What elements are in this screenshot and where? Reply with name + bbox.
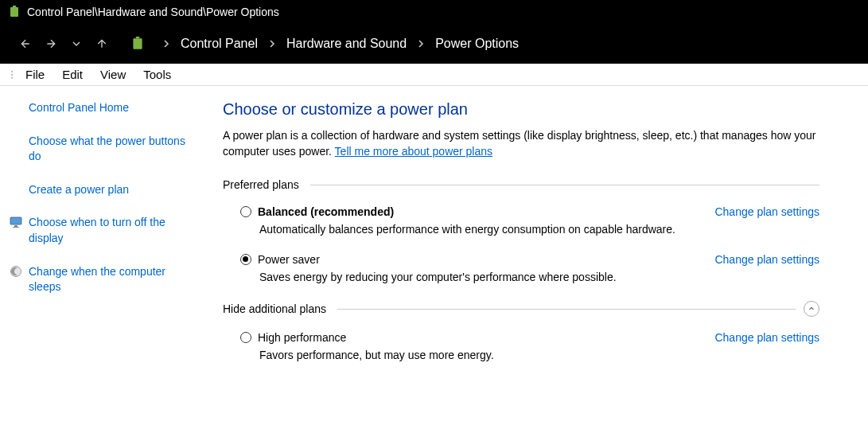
moon-icon	[10, 265, 22, 278]
plan-description: Favors performance, but may use more ene…	[259, 349, 699, 361]
divider-line	[337, 309, 796, 310]
chevron-right-icon[interactable]	[418, 39, 424, 49]
up-button[interactable]	[92, 34, 111, 53]
svg-rect-0	[10, 7, 18, 17]
chevron-right-icon[interactable]	[269, 39, 275, 49]
menu-tools[interactable]: Tools	[135, 66, 179, 83]
menu-view[interactable]: View	[92, 66, 134, 83]
back-button[interactable]	[16, 34, 35, 53]
svg-rect-6	[13, 227, 19, 228]
breadcrumb: Control Panel Hardware and Sound Power O…	[130, 36, 522, 52]
radio-high-performance[interactable]	[240, 332, 251, 343]
sidebar-link-create-plan[interactable]: Create a power plan	[29, 182, 200, 198]
svg-rect-5	[14, 225, 18, 227]
sidebar-link-buttons[interactable]: Choose what the power buttons do	[29, 134, 200, 165]
battery-icon	[130, 36, 146, 52]
plan-title[interactable]: High performance	[258, 331, 346, 344]
breadcrumb-item-0[interactable]: Control Panel	[177, 37, 261, 51]
sidebar-link-label: Change when the computer sleeps	[29, 265, 165, 294]
change-settings-link[interactable]: Change plan settings	[714, 253, 819, 266]
divider-line	[310, 185, 819, 185]
battery-icon	[8, 6, 21, 18]
svg-rect-4	[10, 217, 21, 224]
change-settings-link[interactable]: Change plan settings	[714, 205, 819, 218]
svg-rect-3	[136, 37, 140, 38]
plan-description: Saves energy by reducing your computer's…	[259, 271, 699, 283]
menu-file[interactable]: File	[18, 66, 53, 83]
main-content: Choose or customize a power plan A power…	[215, 100, 867, 379]
breadcrumb-item-2[interactable]: Power Options	[432, 37, 522, 51]
plan-description: Automatically balances performance with …	[259, 223, 699, 236]
plan-high-performance: High performance Favors performance, but…	[223, 331, 819, 361]
chevron-right-icon[interactable]	[163, 39, 169, 49]
section-label: Preferred plans	[223, 178, 299, 191]
navbar: Control Panel Hardware and Sound Power O…	[0, 24, 868, 64]
sidebar-link-sleep[interactable]: Change when the computer sleeps	[29, 264, 200, 295]
sidebar-link-home[interactable]: Control Panel Home	[29, 100, 200, 116]
section-label[interactable]: Hide additional plans	[223, 302, 326, 315]
plan-balanced: Balanced (recommended) Automatically bal…	[223, 205, 819, 236]
page-heading: Choose or customize a power plan	[223, 100, 819, 119]
recent-dropdown[interactable]	[67, 34, 86, 53]
radio-balanced[interactable]	[240, 206, 251, 217]
svg-rect-1	[13, 6, 16, 7]
plan-title[interactable]: Balanced (recommended)	[258, 205, 394, 218]
more-info-link[interactable]: Tell me more about power plans	[335, 145, 492, 158]
sidebar: Control Panel Home Choose what the power…	[0, 100, 215, 379]
additional-plans-header: Hide additional plans	[223, 301, 819, 317]
menu-edit[interactable]: Edit	[54, 66, 91, 83]
breadcrumb-item-1[interactable]: Hardware and Sound	[283, 37, 410, 51]
change-settings-link[interactable]: Change plan settings	[714, 331, 819, 344]
titlebar: Control Panel\Hardware and Sound\Power O…	[0, 0, 868, 24]
titlebar-path: Control Panel\Hardware and Sound\Power O…	[27, 6, 279, 18]
plan-title[interactable]: Power saver	[258, 253, 320, 266]
svg-rect-2	[133, 38, 142, 49]
monitor-icon	[10, 216, 22, 228]
sidebar-link-label: Choose when to turn off the display	[29, 216, 165, 244]
menubar: File Edit View Tools	[0, 64, 868, 86]
preferred-plans-header: Preferred plans	[223, 178, 819, 191]
radio-power-saver[interactable]	[240, 254, 251, 265]
sidebar-link-display-off[interactable]: Choose when to turn off the display	[29, 215, 200, 246]
grip-icon	[11, 71, 13, 79]
page-description: A power plan is a collection of hardware…	[223, 128, 819, 159]
forward-button[interactable]	[41, 34, 60, 53]
plan-power-saver: Power saver Saves energy by reducing you…	[223, 253, 819, 283]
collapse-button[interactable]	[804, 301, 819, 317]
